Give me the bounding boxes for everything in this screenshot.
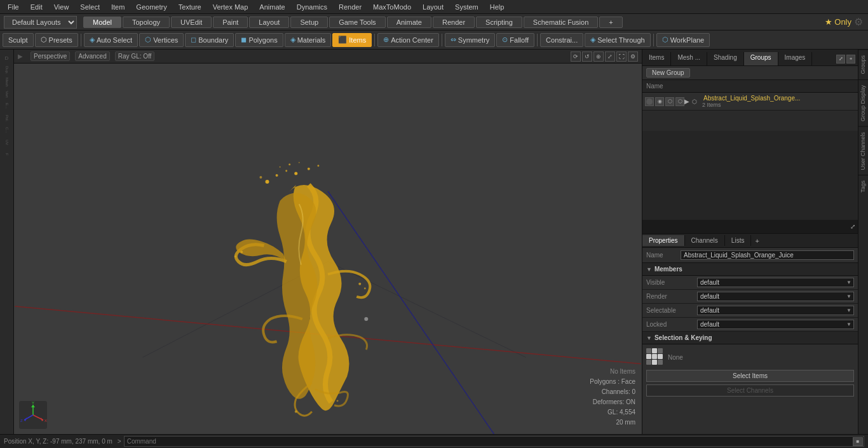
tab-setup[interactable]: Setup <box>290 17 328 28</box>
boundary-button[interactable]: ◻ Boundary <box>185 33 234 47</box>
group-link-icon[interactable]: ⬡ <box>675 97 684 106</box>
sidebar-icon-5[interactable]: E... <box>1 100 13 112</box>
viewport-collapse-icon[interactable]: ▶ <box>18 53 23 60</box>
menu-layout[interactable]: Layout <box>417 2 449 12</box>
tab-animate[interactable]: Animate <box>387 17 431 28</box>
rp-tab-shading[interactable]: Shading <box>707 52 744 65</box>
materials-button[interactable]: ◈ Materials <box>285 33 332 47</box>
sidebar-icon-9[interactable]: F <box>1 149 13 160</box>
rp-tab-items[interactable]: Items <box>642 52 671 65</box>
props-tab-plus[interactable]: + <box>751 235 763 247</box>
vp-settings-icon[interactable]: ⚙ <box>628 51 638 62</box>
symmetry-button[interactable]: ⇔ Symmetry <box>445 33 496 47</box>
vp-pan-icon[interactable]: ↺ <box>582 51 592 62</box>
group-render-icon[interactable]: ◉ <box>655 97 664 106</box>
selectable-select-wrap[interactable]: defaultonoff <box>697 306 854 315</box>
menu-system[interactable]: System <box>450 2 484 12</box>
layout-selector[interactable]: Default Layouts <box>4 16 77 29</box>
group-eye-icon[interactable] <box>645 97 654 106</box>
render-select-wrap[interactable]: defaultonoff <box>697 292 854 301</box>
tab-schematic-fusion[interactable]: Schematic Fusion <box>524 17 598 28</box>
menu-help[interactable]: Help <box>485 2 510 12</box>
side-tab-tags[interactable]: Tags <box>858 175 869 198</box>
viewport-mode-button[interactable]: Perspective <box>31 51 70 61</box>
sidebar-icon-2[interactable]: Dup. <box>1 64 13 76</box>
selectable-select[interactable]: defaultonoff <box>697 306 854 315</box>
menu-render[interactable]: Render <box>334 2 367 12</box>
menu-vertex-map[interactable]: Vertex Map <box>208 2 254 12</box>
sidebar-icon-1[interactable]: D <box>1 52 13 64</box>
menu-select[interactable]: Select <box>75 2 105 12</box>
rp-tab-mesh[interactable]: Mesh ... <box>671 52 707 65</box>
props-tab-channels[interactable]: Channels <box>685 235 725 246</box>
vp-fullscreen-icon[interactable]: ⛶ <box>616 51 627 62</box>
action-center-button[interactable]: ⊕ Action Center <box>377 33 439 47</box>
rp-icon-2[interactable]: + <box>846 55 855 64</box>
star-only-button[interactable]: ★ Only <box>825 17 851 27</box>
vp-zoom-icon[interactable]: ⊕ <box>593 51 604 62</box>
side-tab-user-channels[interactable]: User Channels <box>858 126 869 175</box>
menu-item[interactable]: Item <box>106 2 130 12</box>
locked-select-wrap[interactable]: defaultonoff <box>697 320 854 329</box>
menu-texture[interactable]: Texture <box>173 2 207 12</box>
selection-keying-header[interactable]: ▼ Selection & Keying <box>642 332 858 344</box>
items-button[interactable]: ⬛ Items <box>332 33 372 47</box>
sidebar-icon-3[interactable]: Mesh <box>1 76 13 88</box>
rp-tab-groups[interactable]: Groups <box>744 52 778 65</box>
vp-orbit-icon[interactable]: ⟳ <box>571 51 581 62</box>
viewport[interactable]: ▶ Perspective Advanced Ray GL: Off ⟳ ↺ ⊕… <box>14 50 642 434</box>
rp-icon-1[interactable]: ⤢ <box>836 55 845 64</box>
rp-tab-images[interactable]: Images <box>778 52 813 65</box>
props-expand-btn[interactable]: ⤢ <box>850 223 855 230</box>
presets-button[interactable]: ⬡ Presets <box>35 33 78 47</box>
visible-select[interactable]: defaultonoff <box>697 278 854 287</box>
menu-file[interactable]: File <box>3 2 24 12</box>
menu-view[interactable]: View <box>49 2 74 12</box>
viewport-canvas[interactable]: No Items Polygons : Face Channels: 0 Def… <box>14 64 642 434</box>
menu-geometry[interactable]: Geometry <box>131 2 172 12</box>
tab-scripting[interactable]: Scripting <box>476 17 522 28</box>
menu-edit[interactable]: Edit <box>25 2 48 12</box>
viewport-ray-gl-button[interactable]: Ray GL: Off <box>115 51 155 61</box>
locked-select[interactable]: defaultonoff <box>697 320 854 329</box>
group-row[interactable]: ◉ ⬡ ⬡ ▶ ⬡ Abstract_Liquid_Splash_Orange.… <box>642 93 858 111</box>
constrain-button[interactable]: Constrai... <box>540 33 583 47</box>
select-items-button[interactable]: Select Items <box>646 370 854 382</box>
select-through-button[interactable]: ◈ Select Through <box>585 33 650 47</box>
tab-layout[interactable]: Layout <box>249 17 289 28</box>
menu-animate[interactable]: Animate <box>254 2 290 12</box>
tab-plus[interactable]: + <box>599 17 622 28</box>
tab-topology[interactable]: Topology <box>123 17 170 28</box>
new-group-button[interactable]: New Group <box>646 68 690 78</box>
sidebar-icon-8[interactable]: UV <box>1 137 13 148</box>
group-expand-icon[interactable]: ▶ <box>684 98 689 105</box>
props-tab-lists[interactable]: Lists <box>725 235 752 246</box>
cmd-submit-button[interactable]: ■ <box>853 437 863 446</box>
sculpt-button[interactable]: Sculpt <box>3 33 34 47</box>
sidebar-icon-7[interactable]: C... <box>1 125 13 136</box>
tab-uvedit[interactable]: UVEdit <box>171 17 212 28</box>
render-select[interactable]: defaultonoff <box>697 292 854 301</box>
auto-select-button[interactable]: ◈ Auto Select <box>84 33 138 47</box>
vp-fit-icon[interactable]: ⤢ <box>605 51 615 62</box>
viewport-shading-button[interactable]: Advanced <box>75 51 109 61</box>
workplane-button[interactable]: ⬡ WorkPlane <box>656 33 710 47</box>
side-tab-groups[interactable]: Groups <box>858 50 869 79</box>
tab-model[interactable]: Model <box>83 17 121 28</box>
props-tab-properties[interactable]: Properties <box>642 235 685 246</box>
settings-icon[interactable]: ⚙ <box>854 16 863 28</box>
visible-select-wrap[interactable]: defaultonoff <box>697 278 854 287</box>
props-name-input[interactable] <box>681 250 854 260</box>
polygons-button[interactable]: ◼ Polygons <box>235 33 283 47</box>
sidebar-icon-6[interactable]: Pol. <box>1 112 13 124</box>
sidebar-icon-4[interactable]: Vert <box>1 88 13 100</box>
vertices-button[interactable]: ⬡ Vertices <box>139 33 184 47</box>
tab-game-tools[interactable]: Game Tools <box>329 17 386 28</box>
side-tab-group-display[interactable]: Group Display <box>858 79 869 126</box>
falloff-button[interactable]: ⊙ Falloff <box>496 33 534 47</box>
cmd-input[interactable] <box>124 436 864 447</box>
tab-paint[interactable]: Paint <box>213 17 248 28</box>
menu-dynamics[interactable]: Dynamics <box>292 2 332 12</box>
members-section-header[interactable]: ▼ Members <box>642 263 858 276</box>
tab-render[interactable]: Render <box>433 17 475 28</box>
